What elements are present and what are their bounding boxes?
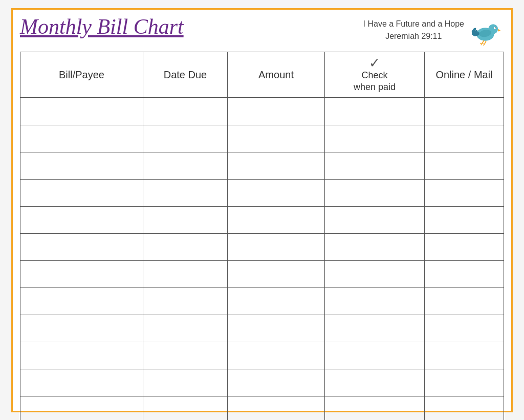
cell-amount[interactable]	[228, 261, 325, 288]
cell-amount[interactable]	[228, 125, 325, 152]
table-row	[20, 234, 504, 261]
cell-check[interactable]	[325, 152, 425, 179]
cell-bill-payee[interactable]	[20, 261, 143, 288]
col-header-amount: Amount	[228, 52, 325, 98]
table-body	[20, 98, 504, 420]
table-row	[20, 207, 504, 234]
cell-date-due[interactable]	[143, 98, 228, 125]
table-row	[20, 342, 504, 369]
cell-amount[interactable]	[228, 152, 325, 179]
table-row	[20, 288, 504, 315]
cell-date-due[interactable]	[143, 369, 228, 396]
cell-amount[interactable]	[228, 288, 325, 315]
svg-marker-4	[498, 29, 500, 31]
cell-online-mail[interactable]	[425, 396, 504, 420]
cell-check[interactable]	[325, 180, 425, 206]
cell-check[interactable]	[325, 98, 425, 125]
cell-check[interactable]	[325, 234, 425, 260]
col-header-online-mail: Online / Mail	[425, 52, 504, 98]
cell-date-due[interactable]	[143, 315, 228, 342]
cell-bill-payee[interactable]	[20, 152, 143, 179]
table-row	[20, 180, 504, 207]
cell-bill-payee[interactable]	[20, 125, 143, 152]
cell-date-due[interactable]	[143, 288, 228, 315]
cell-online-mail[interactable]	[425, 288, 504, 315]
cell-online-mail[interactable]	[425, 234, 504, 260]
svg-line-12	[481, 43, 482, 45]
checkmark-icon: ✓	[369, 56, 380, 70]
cell-date-due[interactable]	[143, 234, 228, 260]
svg-point-3	[495, 27, 496, 28]
col-header-date-due: Date Due	[143, 52, 228, 98]
cell-amount[interactable]	[228, 234, 325, 260]
cell-check[interactable]	[325, 396, 425, 420]
cell-bill-payee[interactable]	[20, 180, 143, 206]
cell-check[interactable]	[325, 369, 425, 396]
page-title: Monthly Bill Chart	[20, 15, 184, 38]
cell-date-due[interactable]	[143, 396, 228, 420]
cell-bill-payee[interactable]	[20, 342, 143, 369]
cell-amount[interactable]	[228, 315, 325, 342]
svg-line-10	[485, 40, 486, 44]
table-row	[20, 152, 504, 180]
table-header-row: Bill/Payee Date Due Amount ✓ Check when …	[20, 52, 504, 99]
cell-online-mail[interactable]	[425, 261, 504, 288]
cell-check[interactable]	[325, 261, 425, 288]
cell-bill-payee[interactable]	[20, 98, 143, 125]
cell-bill-payee[interactable]	[20, 369, 143, 396]
cell-online-mail[interactable]	[425, 369, 504, 396]
bill-table: Bill/Payee Date Due Amount ✓ Check when …	[20, 52, 504, 421]
cell-amount[interactable]	[228, 207, 325, 233]
cell-check[interactable]	[325, 288, 425, 315]
cell-date-due[interactable]	[143, 207, 228, 233]
cell-online-mail[interactable]	[425, 207, 504, 233]
cell-date-due[interactable]	[143, 180, 228, 206]
cell-amount[interactable]	[228, 98, 325, 125]
col-header-check-when-paid: ✓ Check when paid	[325, 52, 425, 98]
cell-online-mail[interactable]	[425, 152, 504, 179]
cell-date-due[interactable]	[143, 342, 228, 369]
scripture-text: I Have a Future and a Hope Jeremiah 29:1…	[363, 18, 464, 42]
cell-amount[interactable]	[228, 180, 325, 206]
cell-bill-payee[interactable]	[20, 207, 143, 233]
svg-line-14	[484, 44, 485, 46]
header-right: I Have a Future and a Hope Jeremiah 29:1…	[363, 15, 504, 47]
cell-check[interactable]	[325, 315, 425, 342]
cell-online-mail[interactable]	[425, 125, 504, 152]
col-header-bill-payee: Bill/Payee	[20, 52, 143, 98]
cell-check[interactable]	[325, 125, 425, 152]
table-row	[20, 315, 504, 342]
cell-amount[interactable]	[228, 342, 325, 369]
cell-bill-payee[interactable]	[20, 234, 143, 260]
cell-amount[interactable]	[228, 396, 325, 420]
cell-check[interactable]	[325, 207, 425, 233]
cell-check[interactable]	[325, 342, 425, 369]
cell-online-mail[interactable]	[425, 180, 504, 206]
header: Monthly Bill Chart I Have a Future and a…	[20, 15, 504, 47]
table-row	[20, 369, 504, 396]
cell-online-mail[interactable]	[425, 342, 504, 369]
cell-online-mail[interactable]	[425, 315, 504, 342]
cell-online-mail[interactable]	[425, 98, 504, 125]
cell-date-due[interactable]	[143, 152, 228, 179]
cell-date-due[interactable]	[143, 261, 228, 288]
cell-bill-payee[interactable]	[20, 315, 143, 342]
table-row	[20, 125, 504, 152]
cell-date-due[interactable]	[143, 125, 228, 152]
page-container: Monthly Bill Chart I Have a Future and a…	[11, 8, 513, 412]
cell-bill-payee[interactable]	[20, 288, 143, 315]
table-row	[20, 261, 504, 288]
cell-bill-payee[interactable]	[20, 396, 143, 420]
bird-icon	[468, 16, 504, 47]
cell-amount[interactable]	[228, 369, 325, 396]
table-row	[20, 98, 504, 125]
table-row	[20, 396, 504, 420]
